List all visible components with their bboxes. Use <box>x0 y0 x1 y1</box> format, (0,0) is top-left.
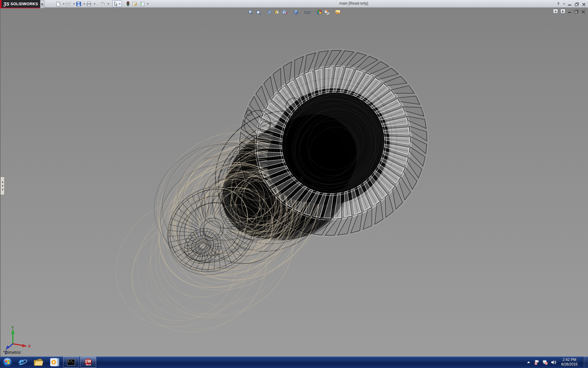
open-document-icon <box>66 2 71 6</box>
help-button[interactable]: ? <box>557 2 560 6</box>
save-icon <box>76 2 81 6</box>
volume-button[interactable] <box>551 359 556 365</box>
view-orientation-button[interactable] <box>273 9 281 15</box>
zoom-to-fit-icon <box>248 9 254 15</box>
taskbar-wmp-button[interactable] <box>47 357 62 368</box>
standard-toolbar <box>55 0 149 7</box>
minimize-button[interactable] <box>568 2 572 6</box>
expand-left-arrow-icon <box>2 181 3 183</box>
show-hidden-icons-button[interactable] <box>526 359 531 365</box>
doc-close-button[interactable] <box>581 10 586 13</box>
doc-next-button[interactable] <box>560 9 565 13</box>
flag-error-icon <box>534 360 539 365</box>
eyeglasses-icon <box>304 9 311 15</box>
print-button[interactable] <box>85 1 93 7</box>
file-properties-button[interactable] <box>131 1 139 7</box>
zoom-to-area-icon <box>255 9 261 15</box>
appearance-ball-icon <box>316 9 322 15</box>
rebuild-button[interactable] <box>125 1 131 7</box>
feature-manager-collapsed-tab[interactable] <box>1 177 5 195</box>
apply-scene-icon <box>324 9 330 15</box>
expand-left-arrow-icon <box>2 185 3 187</box>
doc-restore-button[interactable] <box>575 10 579 13</box>
show-desktop-button[interactable] <box>583 356 588 368</box>
speaker-icon <box>551 360 556 365</box>
taskbar-solidworks-button[interactable]: SW 2015 <box>80 357 96 368</box>
view-settings-icon <box>335 9 341 15</box>
expand-left-arrow-icon <box>2 189 3 190</box>
select-cursor-icon <box>114 2 118 6</box>
action-center-button[interactable] <box>534 359 540 365</box>
system-tray: 2:42 PM 6/26/2015 <box>526 356 588 368</box>
taskbar-cmd-button[interactable]: C:\_ <box>63 357 79 368</box>
taskbar-ie-button[interactable]: e <box>15 357 31 368</box>
section-view-button[interactable] <box>266 9 273 15</box>
media-player-icon <box>49 357 60 367</box>
shaded-cube-button[interactable] <box>292 9 300 15</box>
restore-button[interactable] <box>575 2 579 6</box>
restore-icon <box>575 2 579 6</box>
doc-restore-icon <box>575 10 579 14</box>
triad-x-label: X <box>28 344 31 348</box>
start-orb-icon <box>2 357 13 367</box>
close-button[interactable] <box>582 2 586 6</box>
network-status-button[interactable] <box>542 359 548 365</box>
triad-y-label: Y <box>11 326 14 330</box>
doc-minimize-button[interactable] <box>568 10 572 13</box>
solidworks-logo: ƷS SOLIDWORKS <box>0 0 40 8</box>
folder-icon <box>33 358 44 367</box>
new-document-button[interactable] <box>55 1 62 7</box>
start-button[interactable] <box>0 357 15 368</box>
shaded-cube-icon <box>293 9 299 15</box>
display-style-button[interactable] <box>281 9 288 15</box>
new-document-icon <box>56 2 61 6</box>
options-icon <box>140 2 145 6</box>
doc-close-icon <box>581 10 585 14</box>
solidworks-app-icon: SW 2015 <box>84 358 93 367</box>
solidworks-logo-text: SOLIDWORKS <box>10 2 38 6</box>
window-title: main [Read-only] <box>318 1 389 6</box>
options-button[interactable] <box>139 1 146 7</box>
select-button[interactable] <box>112 1 122 7</box>
doc-previous-button[interactable] <box>553 9 558 13</box>
file-properties-icon <box>132 2 138 6</box>
options-dropdown-icon[interactable] <box>147 3 149 5</box>
select-dropdown-icon[interactable] <box>119 3 121 5</box>
view-orientation-label: *Dimetric <box>3 350 21 355</box>
headsup-view-toolbar <box>247 9 342 15</box>
print-dropdown-icon[interactable] <box>94 3 96 5</box>
solidworks-logo-glyph: ƷS <box>3 1 9 6</box>
undo-icon <box>100 2 105 6</box>
open-document-button[interactable] <box>65 1 72 7</box>
graphics-area[interactable]: Y X Z *Dimetric <box>0 8 588 356</box>
windows-taskbar: e C:\_ <box>0 356 588 368</box>
clock-time: 2:42 PM <box>561 358 578 362</box>
undo-button[interactable] <box>99 1 107 7</box>
view-settings-button[interactable] <box>334 9 342 15</box>
edit-appearance-button[interactable] <box>315 9 323 15</box>
rebuild-traffic-light-icon <box>126 1 130 6</box>
menu-flyout-button[interactable] <box>40 0 44 8</box>
zoom-to-area-button[interactable] <box>254 9 262 15</box>
up-arrow-icon <box>527 361 530 363</box>
taskbar-clock[interactable]: 2:42 PM 6/26/2015 <box>559 358 580 367</box>
close-icon <box>582 2 586 6</box>
internet-explorer-icon: e <box>17 357 28 367</box>
solidworks-window: main [Read-only] ? ƷS SOLIDWORKS <box>0 0 588 368</box>
zoom-to-fit-button[interactable] <box>247 9 254 15</box>
hide-show-items-button[interactable] <box>304 9 311 15</box>
display-style-icon <box>281 9 287 15</box>
model-canvas[interactable] <box>1 0 588 368</box>
network-error-icon <box>542 360 548 365</box>
section-view-icon <box>267 9 273 15</box>
clock-date: 6/26/2015 <box>561 362 578 367</box>
apply-scene-button[interactable] <box>323 9 330 15</box>
taskbar-explorer-button[interactable] <box>31 357 47 368</box>
help-dropdown-icon[interactable] <box>563 3 565 5</box>
command-prompt-icon: C:\_ <box>67 359 75 366</box>
document-window-controls <box>553 9 586 13</box>
save-button[interactable] <box>75 1 82 7</box>
view-orientation-icon <box>274 9 280 15</box>
undo-dropdown-icon[interactable] <box>107 3 109 5</box>
print-icon <box>86 2 92 6</box>
